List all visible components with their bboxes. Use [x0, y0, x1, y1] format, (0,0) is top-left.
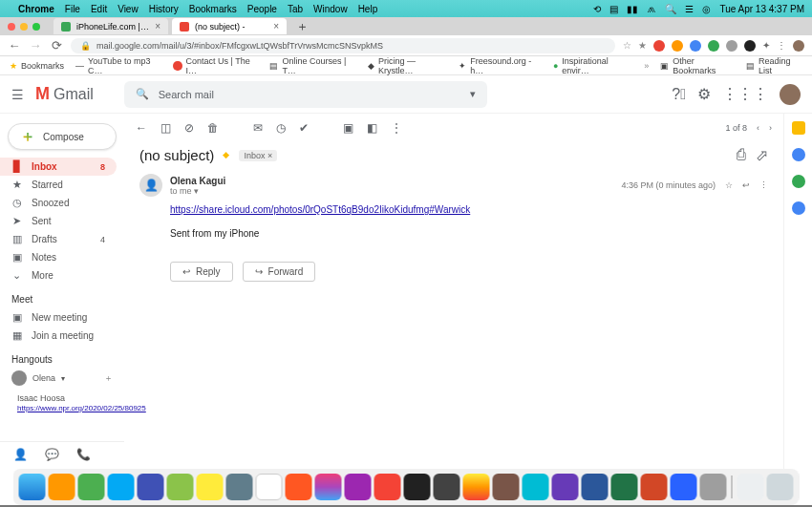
dock-app-icon[interactable]: [523, 474, 549, 500]
extensions-icon[interactable]: ✦: [762, 40, 770, 51]
hangout-chat-icon[interactable]: 💬: [45, 448, 59, 461]
apps-grid-icon[interactable]: ⋮⋮⋮: [722, 85, 768, 103]
maximize-window-button[interactable]: [32, 23, 40, 31]
compose-button[interactable]: ＋ Compose: [8, 123, 117, 150]
menu-tab[interactable]: Tab: [288, 4, 303, 14]
add-hangout-icon[interactable]: ＋: [104, 372, 113, 385]
keep-addon-icon[interactable]: [792, 148, 805, 161]
extension-icon[interactable]: [672, 40, 683, 52]
extension-icon[interactable]: [708, 40, 719, 52]
dock-app-icon[interactable]: [315, 474, 342, 500]
reload-button[interactable]: ⟳: [50, 38, 63, 53]
important-icon[interactable]: ⯁: [222, 150, 231, 160]
menu-window[interactable]: Window: [313, 4, 348, 14]
star-icon[interactable]: ☆: [725, 180, 733, 190]
wifi-icon[interactable]: ⩕: [647, 4, 656, 14]
sender-avatar[interactable]: 👤: [139, 174, 162, 197]
extension-icon[interactable]: [726, 40, 737, 52]
browser-tab[interactable]: iPhoneLife.com |… ×: [53, 18, 168, 34]
close-window-button[interactable]: [8, 23, 15, 31]
print-icon[interactable]: ⎙: [737, 146, 746, 164]
reply-icon[interactable]: ↩: [742, 180, 750, 190]
sidebar-item-starred[interactable]: ★Starred: [0, 176, 117, 194]
status-icon[interactable]: ⟲: [593, 4, 601, 14]
menu-bookmarks[interactable]: Bookmarks: [189, 4, 237, 14]
dock-app-icon[interactable]: [167, 474, 194, 500]
forward-button[interactable]: ↪Forward: [243, 262, 316, 282]
dock-app-icon[interactable]: [226, 474, 253, 500]
bookmarks-overflow-icon[interactable]: »: [644, 61, 649, 71]
battery-icon[interactable]: ▮▮: [627, 4, 638, 14]
bookmark-item[interactable]: ◆Pricing — Krystle…: [368, 56, 447, 75]
menu-view[interactable]: View: [118, 4, 139, 14]
dock-folder-icon[interactable]: [737, 474, 764, 500]
dock-word-icon[interactable]: [582, 474, 609, 500]
dock-settings-icon[interactable]: [700, 474, 727, 500]
dock-app-icon[interactable]: [552, 474, 579, 500]
dock-excel-icon[interactable]: [611, 474, 638, 500]
control-center-icon[interactable]: ☰: [685, 4, 694, 14]
hangout-contact[interactable]: Isaac Hoosa https://www.npr.org/2020/02/…: [0, 391, 124, 414]
snooze-icon[interactable]: ◷: [276, 121, 286, 135]
menu-file[interactable]: File: [65, 4, 80, 14]
dock-app-icon[interactable]: [671, 474, 697, 500]
details-dropdown-icon[interactable]: ▾: [194, 186, 199, 196]
back-icon[interactable]: ←: [136, 121, 147, 135]
sidebar-item-join-meeting[interactable]: ▦Join a meeting: [0, 327, 117, 345]
browser-tab-active[interactable]: (no subject) - ×: [172, 18, 287, 34]
labels-icon[interactable]: ◧: [367, 121, 377, 135]
hangout-people-icon[interactable]: 👤: [13, 448, 28, 461]
sidebar-item-more[interactable]: ⌄More: [0, 266, 117, 285]
menu-people[interactable]: People: [247, 4, 277, 14]
bookmark-item[interactable]: ★Bookmarks: [10, 61, 64, 71]
popout-icon[interactable]: ⬀: [756, 146, 768, 164]
dock-app-icon[interactable]: [286, 474, 312, 500]
more-icon[interactable]: ⋮: [759, 180, 768, 190]
prev-icon[interactable]: ‹: [757, 123, 759, 133]
sidebar-item-sent[interactable]: ➤Sent: [0, 212, 117, 230]
reply-button[interactable]: ↩Reply: [170, 262, 233, 282]
dock-mail-icon[interactable]: [138, 474, 164, 500]
menu-help[interactable]: Help: [358, 4, 378, 14]
archive-icon[interactable]: ◫: [160, 121, 171, 135]
delete-icon[interactable]: 🗑: [207, 121, 219, 135]
menubar-app[interactable]: Chrome: [18, 4, 54, 14]
contacts-addon-icon[interactable]: [792, 201, 805, 215]
dock-powerpoint-icon[interactable]: [641, 474, 668, 500]
dock-app-icon[interactable]: [345, 474, 372, 500]
dock-app-icon[interactable]: [49, 474, 75, 500]
dock-app-icon[interactable]: [434, 474, 460, 500]
spam-icon[interactable]: ⊘: [184, 121, 194, 135]
addtask-icon[interactable]: ✔: [299, 121, 309, 135]
bookmark-star-icon[interactable]: ★: [638, 40, 647, 51]
dock-calendar-icon[interactable]: [256, 474, 283, 500]
next-icon[interactable]: ›: [769, 123, 772, 133]
sidebar-item-inbox[interactable]: ▊ Inbox 8: [0, 158, 117, 176]
address-bar[interactable]: 🔒 mail.google.com/mail/u/3/#inbox/FMfcgx…: [71, 38, 615, 53]
dock-app-icon[interactable]: [78, 474, 105, 500]
gmail-logo[interactable]: M Gmail: [35, 84, 94, 104]
chrome-menu-icon[interactable]: ⋮: [777, 40, 786, 51]
flag-icon[interactable]: ▤: [609, 4, 618, 14]
siri-icon[interactable]: ◎: [702, 4, 711, 14]
tasks-addon-icon[interactable]: [792, 175, 805, 188]
profile-avatar[interactable]: [793, 40, 804, 52]
label-chip[interactable]: Inbox ×: [239, 150, 277, 161]
dock-app-icon[interactable]: [374, 474, 401, 500]
menu-edit[interactable]: Edit: [91, 4, 107, 14]
sidebar-item-drafts[interactable]: ▥Drafts4: [0, 230, 117, 248]
settings-icon[interactable]: ⚙: [697, 85, 711, 103]
menu-icon[interactable]: ☰: [11, 87, 24, 102]
hangout-contact[interactable]: Olena ▾ ＋: [0, 369, 124, 388]
sidebar-item-new-meeting[interactable]: ▣New meeting: [0, 308, 117, 327]
unread-icon[interactable]: ✉: [253, 121, 263, 135]
sidebar-item-notes[interactable]: ▣Notes: [0, 248, 117, 266]
support-icon[interactable]: ?⃝: [672, 86, 686, 103]
search-input[interactable]: 🔍 Search mail ▾: [124, 81, 487, 108]
minimize-window-button[interactable]: [20, 23, 28, 31]
extension-icon[interactable]: [744, 40, 756, 52]
icloud-share-link[interactable]: https://share.icloud.com/photos/0rQoSTt6…: [170, 204, 470, 215]
dock-apple-tv-icon[interactable]: [404, 474, 431, 500]
extension-icon[interactable]: [690, 40, 701, 52]
account-avatar[interactable]: [780, 84, 801, 105]
